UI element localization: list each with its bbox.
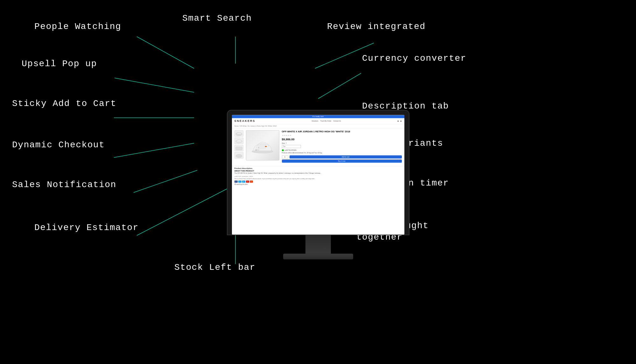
product-price: $9,986.00 — [282, 138, 402, 141]
svg-rect-20 — [265, 146, 267, 147]
description-tab-label: Description tab — [362, 101, 449, 111]
monitor: It's really cart SNEAKERS Sneakers Track… — [227, 110, 409, 259]
main-product-image: AIR OFF — [246, 130, 279, 160]
stock-bar: LAST IN STOCK — [282, 149, 402, 151]
svg-point-17 — [236, 154, 242, 158]
product-info: OFF-WHITE X AIR JORDAN 1 RETRO HIGH OG '… — [282, 130, 402, 164]
desc-title: Product description — [234, 167, 402, 169]
pinterest-icon: p — [246, 181, 249, 183]
sales-notification-label: Sales Notification — [12, 180, 116, 190]
desc-text: The OFF-WHITE Air Jordan 1 Retro High OG… — [234, 172, 402, 175]
svg-line-12 — [137, 188, 229, 235]
share-icon: in — [242, 181, 245, 183]
thumbnail-column — [234, 130, 243, 164]
svg-line-8 — [114, 143, 194, 158]
delivery-text: Products will be delivered between Fri, … — [282, 152, 402, 154]
cart-bar: It's really cart — [232, 115, 404, 118]
stock-left-bar-label: Stock Left bar — [174, 262, 255, 272]
svg-rect-19 — [258, 143, 266, 149]
nav-logo: SNEAKERS — [234, 119, 255, 122]
svg-line-4 — [115, 78, 194, 92]
currency-converter-label: Currency converter — [362, 53, 466, 63]
thumb-1 — [234, 130, 243, 136]
screen-content: It's really cart SNEAKERS Sneakers Track… — [232, 115, 404, 234]
nav-links: Sneakers Track My Order Contact Us — [311, 120, 341, 122]
desc-subtitle: ABOUT THIS PRODUCT — [234, 170, 402, 172]
svg-rect-16 — [236, 147, 242, 150]
thumb-4 — [234, 152, 243, 158]
watching-text: 48 watching this item. — [234, 184, 402, 186]
email-icon: e — [250, 181, 253, 183]
twitter-icon: t — [238, 181, 241, 183]
product-description: Product description ABOUT THIS PRODUCT T… — [232, 166, 404, 186]
svg-text:OFF: OFF — [258, 147, 259, 148]
people-watching-label: People Watching — [34, 22, 121, 32]
size-select: 7 ▾ — [282, 145, 301, 148]
facebook-icon: f — [234, 181, 238, 183]
smart-search-label: Smart Search — [182, 13, 252, 23]
stock-indicator — [282, 149, 284, 151]
dynamic-checkout-label: Dynamic Checkout — [12, 140, 105, 150]
demo-text: This is a Demo Store created for Booster… — [234, 178, 402, 180]
qty-input: 1 — [282, 155, 288, 158]
cart-icon: ● — [400, 120, 402, 122]
svg-line-3 — [318, 73, 361, 99]
svg-text:AIR: AIR — [255, 149, 257, 150]
review-integrated-label: Review integrated — [327, 22, 425, 32]
product-stars: ★★★★★ — [282, 134, 402, 137]
breadcrumb: Home / Off-White / Air Jordan 1 Retro Hi… — [232, 124, 404, 128]
monitor-neck — [305, 234, 331, 254]
search-icon: ● — [397, 120, 399, 122]
social-icons: f t in p e — [234, 181, 402, 183]
thumb-2 — [234, 137, 243, 144]
qty-row: 1 Add to cart — [282, 155, 402, 158]
buy-now-button: Buy it now — [282, 159, 402, 163]
delivery-estimator-label: Delivery Estimator — [34, 223, 139, 233]
sticky-add-to-cart-label: Sticky Add to Cart — [12, 99, 116, 108]
upsell-popup-label: Upsell Pop up — [22, 59, 97, 69]
sku-text: cu8019 100 | white/white | 5/3/19 — [234, 176, 402, 177]
add-to-cart-button: Add to cart — [290, 155, 402, 158]
stock-text: LAST IN STOCK — [285, 149, 297, 151]
monitor-screen: It's really cart SNEAKERS Sneakers Track… — [232, 115, 404, 234]
nav-bar: SNEAKERS Sneakers Track My Order Contact… — [232, 118, 404, 124]
monitor-base — [283, 254, 353, 259]
product-title: OFF-WHITE X AIR JORDAN 1 RETRO HIGH OG '… — [282, 130, 402, 133]
svg-line-0 — [137, 37, 194, 68]
product-area: AIR OFF OFF-WHITE X AIR JORDAN 1 RETRO H… — [232, 128, 404, 166]
nav-icons: ● ● — [397, 120, 402, 122]
svg-line-10 — [134, 170, 197, 192]
monitor-bezel: It's really cart SNEAKERS Sneakers Track… — [227, 110, 409, 234]
thumb-3 — [234, 145, 243, 151]
size-label: Size: 7 — [282, 142, 402, 144]
